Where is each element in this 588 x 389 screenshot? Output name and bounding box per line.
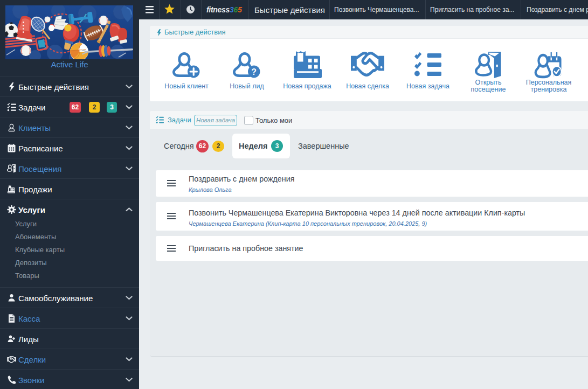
svg-text:?: ? (252, 67, 257, 77)
